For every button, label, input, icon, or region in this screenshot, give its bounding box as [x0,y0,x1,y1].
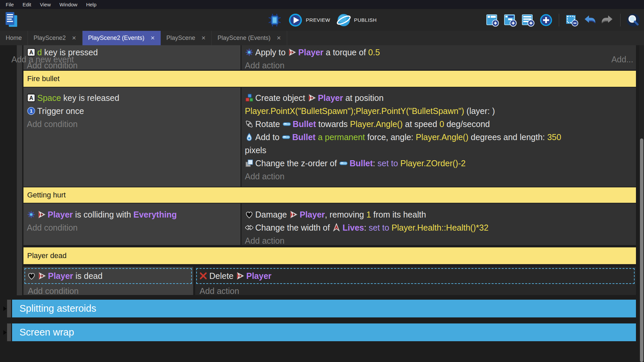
action-text: at position [343,93,384,103]
add-circle-button[interactable] [539,13,553,27]
toolbar-center: PREVIEW PUBLISH [267,9,377,31]
condition-line[interactable]: 1Trigger once [27,105,236,118]
publish-label: PUBLISH [354,17,377,23]
action-line[interactable]: Player.PointX("BulletSpawn");Player.Poin… [245,105,631,118]
tab-close-icon[interactable]: ✕ [151,35,155,41]
collapse-arrow-icon[interactable] [3,330,7,335]
trigger-once-icon: 1 [27,107,36,115]
redo-button[interactable] [601,13,614,27]
tab-playscene[interactable]: PlayScene✕ [161,31,212,45]
condition-line[interactable]: Player is dead [27,269,189,283]
condition-line[interactable]: ASpace key is released [27,92,236,105]
menu-item-file[interactable]: File [1,0,18,9]
condition-text: Trigger once [37,106,84,116]
search-button[interactable] [627,13,640,27]
player-ship-icon [38,272,46,280]
comment-row[interactable]: Player dead [23,247,636,264]
publish-button[interactable]: PUBLISH [336,13,377,27]
scrollbar-thumb[interactable] [640,138,643,362]
add-action-button[interactable]: Add action [195,285,636,295]
gdevelop-logo[interactable] [3,11,19,29]
action-line[interactable]: Change the z-order of Bullet: set to Pla… [245,157,631,170]
group-row[interactable]: Screen wrap [12,323,636,341]
tab-close-icon[interactable]: ✕ [201,35,206,41]
action-line[interactable]: Create object Player at position [245,92,631,105]
tab-playscene-events[interactable]: PlayScene (Events)✕ [212,31,287,45]
tab-playscene2-events[interactable]: PlayScene2 (Events)✕ [83,31,161,45]
action-line[interactable]: Change the width of Lives: set to Player… [245,221,631,234]
add-button[interactable]: Add... [611,53,633,66]
tab-home[interactable]: Home [0,31,28,45]
event-sheet: Ad key is pressedAdd conditionApply to P… [0,45,644,362]
action-line[interactable]: Damage Player, removing 1 from its healt… [245,208,631,221]
action-text: Player [300,210,325,219]
add-condition-button[interactable]: Add condition [27,221,236,234]
menu-item-view[interactable]: View [36,0,55,9]
deselect-button[interactable] [565,13,579,27]
action-text: (layer: ) [464,106,495,116]
action-text: Player.Angle() [350,119,403,129]
condition-text: is dead [73,271,103,281]
action-line[interactable]: Delete Player [199,269,632,283]
condition-text: Player [48,271,73,281]
collapse-arrow-icon[interactable] [3,306,7,311]
condition-line[interactable]: Player is colliding with Everything [27,208,236,221]
add-event-button[interactable] [486,13,499,27]
lives-ship-icon [332,223,341,232]
tab-close-icon[interactable]: ✕ [72,35,76,41]
comment-row[interactable]: Getting hurt [23,187,636,203]
publish-icon [336,13,351,27]
group-row[interactable]: Splitting asteroids [12,300,636,317]
tab-label: PlayScene (Events) [217,35,270,42]
tab-playscene2[interactable]: PlayScene2✕ [28,31,82,45]
condition-text: Player [48,210,73,219]
action-text: towards [316,119,350,129]
scrollbar-track[interactable] [639,45,644,362]
group-handle[interactable] [7,323,11,341]
action-text: Create object [255,93,308,103]
action-text: 0 [439,119,444,129]
gdevelop-logo-icon [3,25,19,30]
action-line[interactable]: Rotate Bullet towards Player.Angle() at … [245,118,631,131]
menu-item-help[interactable]: Help [82,0,101,9]
undo-button[interactable] [583,13,596,27]
create-object-icon [245,94,254,102]
menu-item-window[interactable]: Window [55,0,82,9]
action-text: 1 [366,210,371,219]
action-text: Rotate [255,119,282,129]
conditions-column: ASpace key is released1Trigger onceAdd c… [23,87,241,187]
action-text: Change the width of [255,223,332,232]
group-bar[interactable]: Screen wrap [12,323,636,341]
add-action-button[interactable]: Add action [245,170,631,183]
group-label: Screen wrap [19,327,74,338]
player-ship-icon [308,94,316,102]
add-subevent-button[interactable] [504,13,517,27]
group-bar[interactable]: Splitting asteroids [12,300,636,317]
tab-close-icon[interactable]: ✕ [277,35,281,41]
action-line[interactable]: Add to Bullet a permanent force, angle: … [245,131,631,144]
add-comment-button[interactable] [522,13,535,27]
action-text: 350 [547,132,561,142]
bullet-icon [339,159,348,168]
action-text: a permanent [318,132,365,142]
app-root: FileEditViewWindowHelp PREVIEW PUBLISH H… [0,0,644,362]
action-text: Player.PointX("BulletSpawn");Player.Poin… [245,106,464,116]
menu-item-edit[interactable]: Edit [18,0,36,9]
add-action-button[interactable]: Add action [245,234,631,245]
action-text: Bullet [293,119,316,129]
group-handle[interactable] [7,300,11,317]
heart-icon [27,272,36,280]
toolbar-right [486,9,640,31]
action-line[interactable]: pixels [245,144,631,157]
actions-column: Damage Player, removing 1 from its healt… [241,203,636,245]
action-text: Player.ZOrder()-2 [400,159,466,168]
preview-button[interactable]: PREVIEW [288,13,330,27]
add-new-event-button[interactable]: Add a new event [11,55,74,64]
action-text: Damage [255,210,289,219]
action-text: deg/second [444,119,490,129]
add-condition-button[interactable]: Add condition [27,118,236,131]
comment-row[interactable]: Fire bullet [23,71,636,87]
add-condition-button[interactable]: Add condition [23,285,193,295]
tab-label: PlayScene2 [34,35,66,42]
debugger-button[interactable] [267,13,282,27]
